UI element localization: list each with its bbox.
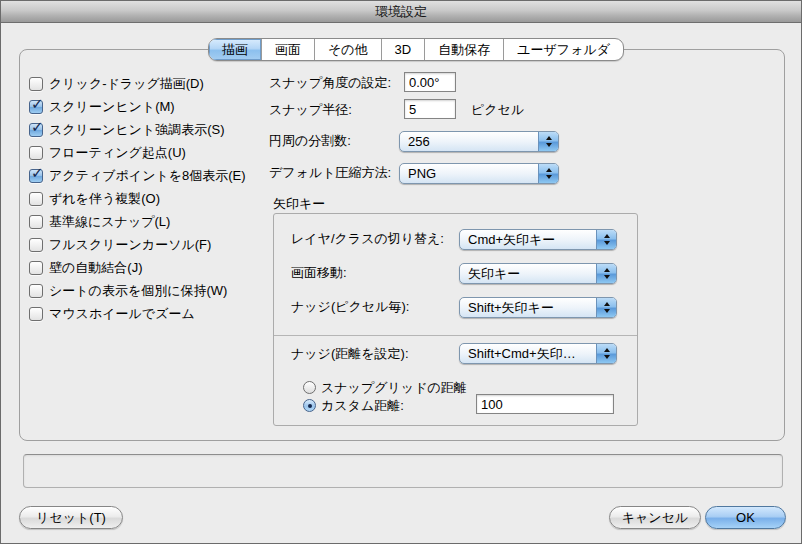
circle-divisions-label: 円周の分割数:: [269, 133, 351, 149]
layer-class-switch-popup[interactable]: Cmd+矢印キー: [459, 229, 617, 250]
checkbox-label: フローティング起点(U): [49, 144, 186, 162]
nudge-pixel-popup[interactable]: Shift+矢印キー: [459, 297, 617, 318]
popup-value: 256: [400, 134, 538, 149]
checkbox-auto-join-walls[interactable]: 壁の自動結合(J): [29, 260, 142, 276]
snap-radius-label: スナップ半径:: [269, 102, 352, 118]
reset-button[interactable]: リセット(T): [19, 506, 123, 529]
arrow-keys-group-title: 矢印キー: [273, 196, 325, 212]
custom-distance-input[interactable]: [476, 394, 614, 414]
arrow-down-icon: [546, 175, 552, 179]
checkbox-box[interactable]: [29, 215, 43, 229]
checkbox-fullscreen-cursor[interactable]: フルスクリーンカーソル(F): [29, 237, 211, 253]
radio-custom-distance[interactable]: カスタム距離:: [303, 398, 404, 413]
tab-label: その他: [328, 41, 368, 59]
snap-radius-input[interactable]: [404, 99, 456, 119]
group-separator: [274, 335, 637, 336]
title-bar[interactable]: 環境設定: [1, 1, 801, 23]
checkbox-save-sheet-views[interactable]: シートの表示を個別に保持(W): [29, 283, 227, 299]
checkbox-box[interactable]: [29, 238, 43, 252]
snap-angle-label: スナップ角度の設定:: [269, 75, 391, 91]
arrow-up-icon: [604, 302, 610, 306]
tab-userfolder[interactable]: ユーザフォルダ: [503, 39, 623, 60]
tab-label: ユーザフォルダ: [517, 41, 610, 59]
checkbox-screen-hints[interactable]: スクリーンヒント(M): [29, 99, 175, 115]
arrow-down-icon: [604, 241, 610, 245]
checkbox-label: フルスクリーンカーソル(F): [49, 236, 211, 254]
popup-stepper-icon: [538, 132, 558, 151]
checkbox-box[interactable]: [29, 77, 43, 91]
ok-button[interactable]: OK: [705, 506, 786, 529]
checkbox-screen-hints-highlight[interactable]: スクリーンヒント強調表示(S): [29, 122, 224, 138]
arrow-up-icon: [604, 348, 610, 352]
popup-value: Shift+矢印キー: [460, 299, 596, 317]
compression-popup[interactable]: PNG: [399, 163, 559, 184]
arrow-down-icon: [604, 355, 610, 359]
checkbox-snap-to-guides[interactable]: 基準線にスナップ(L): [29, 214, 170, 230]
preferences-dialog: 環境設定 描画 画面 その他 3D 自動保存 ユーザフォルダ クリック-ドラッグ…: [0, 0, 802, 544]
radio-label: スナップグリッドの距離: [321, 379, 467, 397]
radio-circle[interactable]: [303, 399, 316, 412]
tab-label: 3D: [395, 42, 412, 57]
layer-class-switch-label: レイヤ/クラスの切り替え:: [291, 231, 444, 247]
popup-value: 矢印キー: [460, 265, 596, 283]
snap-angle-input[interactable]: [404, 72, 456, 92]
status-message-box: [23, 454, 783, 488]
tab-label: 描画: [222, 41, 248, 59]
checkbox-click-drag-drawing[interactable]: クリック-ドラッグ描画(D): [29, 76, 204, 92]
tab-bar: 描画 画面 その他 3D 自動保存 ユーザフォルダ: [208, 38, 624, 61]
nudge-distance-label: ナッジ(距離を設定):: [291, 346, 409, 362]
button-label: OK: [736, 510, 755, 525]
radio-circle[interactable]: [303, 381, 316, 394]
checkbox-label: 基準線にスナップ(L): [49, 213, 170, 231]
tab-autosave[interactable]: 自動保存: [424, 39, 503, 60]
checkbox-label: スクリーンヒント(M): [49, 98, 175, 116]
checkbox-box[interactable]: [29, 169, 43, 183]
popup-stepper-icon: [596, 298, 616, 317]
checkbox-box[interactable]: [29, 284, 43, 298]
checkbox-box[interactable]: [29, 123, 43, 137]
checkbox-label: クリック-ドラッグ描画(D): [49, 75, 204, 93]
checkbox-box[interactable]: [29, 100, 43, 114]
popup-stepper-icon: [596, 264, 616, 283]
nudge-distance-popup[interactable]: Shift+Cmd+矢印…: [459, 343, 617, 364]
checkbox-box[interactable]: [29, 261, 43, 275]
pan-label: 画面移動:: [291, 265, 347, 281]
button-label: リセット(T): [36, 509, 106, 527]
dialog-title: 環境設定: [375, 3, 427, 21]
arrow-up-icon: [604, 234, 610, 238]
checkbox-box[interactable]: [29, 307, 43, 321]
tab-label: 自動保存: [438, 41, 490, 59]
checkbox-label: マウスホイールでズーム: [49, 305, 195, 323]
checkbox-eight-handles[interactable]: アクティブポイントを8個表示(E): [29, 168, 246, 184]
checkbox-floating-datum[interactable]: フローティング起点(U): [29, 145, 186, 161]
popup-value: Shift+Cmd+矢印…: [460, 345, 596, 363]
radio-snap-grid-distance[interactable]: スナップグリッドの距離: [303, 380, 467, 395]
compression-label: デフォルト圧縮方法:: [269, 165, 391, 181]
checkbox-box[interactable]: [29, 146, 43, 160]
checkbox-box[interactable]: [29, 192, 43, 206]
checkbox-label: スクリーンヒント強調表示(S): [49, 121, 224, 139]
snap-radius-unit: ピクセル: [471, 102, 524, 118]
popup-stepper-icon: [596, 230, 616, 249]
checkbox-label: シートの表示を個別に保持(W): [49, 282, 227, 300]
tab-other[interactable]: その他: [314, 39, 381, 60]
tab-screen[interactable]: 画面: [261, 39, 314, 60]
arrow-up-icon: [546, 168, 552, 172]
popup-stepper-icon: [596, 344, 616, 363]
checkbox-offset-duplicate[interactable]: ずれを伴う複製(O): [29, 191, 160, 207]
arrow-down-icon: [546, 143, 552, 147]
cancel-button[interactable]: キャンセル: [609, 506, 701, 529]
arrow-up-icon: [546, 136, 552, 140]
arrow-down-icon: [604, 309, 610, 313]
checkbox-mousewheel-zoom[interactable]: マウスホイールでズーム: [29, 306, 195, 322]
popup-value: PNG: [400, 166, 538, 181]
tab-label: 画面: [275, 41, 301, 59]
checkbox-label: ずれを伴う複製(O): [49, 190, 160, 208]
pan-popup[interactable]: 矢印キー: [459, 263, 617, 284]
circle-divisions-popup[interactable]: 256: [399, 131, 559, 152]
arrow-down-icon: [604, 275, 610, 279]
popup-stepper-icon: [538, 164, 558, 183]
tab-3d[interactable]: 3D: [381, 39, 425, 60]
radio-label: カスタム距離:: [321, 397, 404, 415]
tab-drawing[interactable]: 描画: [209, 39, 261, 60]
